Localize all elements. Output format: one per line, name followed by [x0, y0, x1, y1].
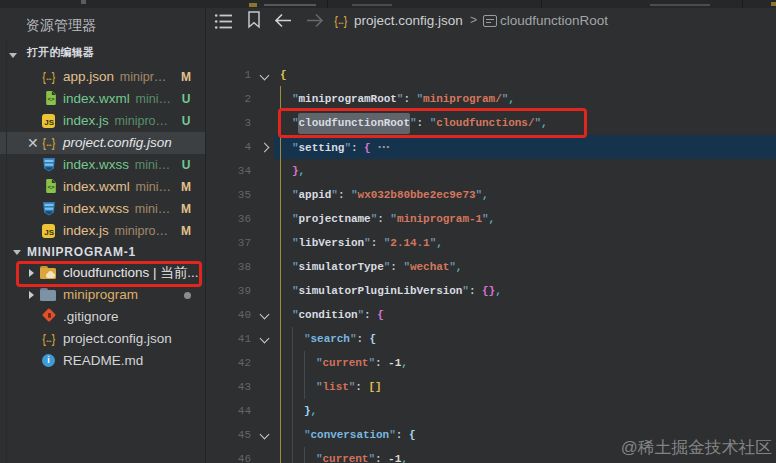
- svg-text:}: }: [343, 14, 347, 28]
- svg-text:{: {: [42, 136, 46, 150]
- svg-text:{: {: [42, 70, 46, 84]
- svg-text:}: }: [51, 70, 55, 84]
- svg-text:{: {: [42, 332, 46, 346]
- svg-text:<>: <>: [47, 183, 55, 190]
- svg-text:}: }: [51, 136, 55, 150]
- svg-text:<>: <>: [47, 95, 55, 102]
- svg-text:}: }: [51, 332, 55, 346]
- svg-text:{: {: [334, 14, 338, 28]
